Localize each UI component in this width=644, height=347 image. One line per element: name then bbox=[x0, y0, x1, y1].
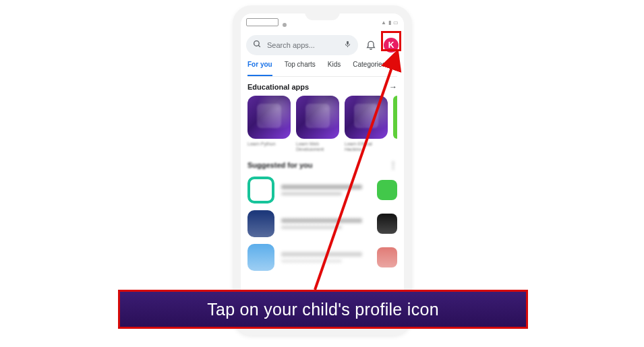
app-thumb bbox=[247, 96, 291, 139]
status-icons: ▲ ▮ ▭ bbox=[381, 20, 399, 26]
annotation-caption-text: Tap on your child's profile icon bbox=[207, 300, 439, 319]
status-bar: ▲ ▮ ▭ bbox=[246, 18, 399, 28]
signal-icon: ▮ bbox=[388, 20, 391, 26]
app-card[interactable]: Learn Web Development bbox=[296, 96, 339, 151]
search-row: Search apps... K bbox=[246, 34, 399, 57]
app-row[interactable]: Learn Python Learn Web Development Learn… bbox=[247, 96, 397, 151]
app-caption: Learn Web Development bbox=[296, 141, 339, 151]
status-dot-icon bbox=[283, 23, 287, 27]
tab-kids[interactable]: Kids bbox=[328, 61, 341, 76]
list-item[interactable] bbox=[247, 210, 397, 237]
avatar-initial: K bbox=[388, 40, 394, 50]
section-title-educational: Educational apps bbox=[247, 83, 309, 91]
notifications-button[interactable] bbox=[363, 39, 378, 52]
tab-categories[interactable]: Categories bbox=[353, 61, 385, 76]
mic-icon[interactable] bbox=[344, 40, 351, 51]
svg-point-0 bbox=[254, 41, 260, 46]
illustration-stage: ▲ ▮ ▭ Search apps... K bbox=[0, 0, 644, 347]
section-educational: Educational apps → Learn Python Learn We… bbox=[247, 82, 397, 151]
tabs-row: For you Top charts Kids Categories bbox=[247, 61, 397, 77]
search-icon bbox=[253, 40, 262, 51]
svg-line-1 bbox=[258, 45, 260, 47]
list-thumb bbox=[247, 244, 274, 271]
wifi-icon: ▲ bbox=[381, 20, 386, 26]
profile-avatar[interactable]: K bbox=[384, 38, 399, 53]
more-icon[interactable]: ⋮ bbox=[389, 160, 397, 170]
chevron-right-icon[interactable]: → bbox=[389, 82, 397, 92]
app-card[interactable]: Learn Python bbox=[247, 96, 291, 151]
annotation-caption: Tap on your child's profile icon bbox=[118, 290, 528, 329]
search-placeholder: Search apps... bbox=[267, 41, 339, 49]
list-item[interactable] bbox=[247, 244, 397, 271]
app-thumb bbox=[345, 96, 388, 139]
app-caption: Learn Ethical Hacking bbox=[345, 141, 388, 151]
battery-icon: ▭ bbox=[393, 20, 399, 26]
list-thumb bbox=[247, 177, 274, 203]
section-title-suggested: Suggested for you bbox=[247, 161, 313, 169]
svg-rect-2 bbox=[347, 41, 349, 44]
list-text bbox=[281, 185, 370, 195]
list-text bbox=[281, 252, 370, 263]
list-text bbox=[281, 218, 370, 229]
list-item[interactable] bbox=[247, 177, 397, 203]
tab-top-charts[interactable]: Top charts bbox=[285, 61, 316, 76]
app-card-partial[interactable] bbox=[393, 96, 397, 139]
section-suggested: Suggested for you ⋮ bbox=[247, 160, 397, 271]
status-clock-box bbox=[246, 18, 279, 26]
tab-for-you[interactable]: For you bbox=[247, 61, 272, 76]
list-side-thumb bbox=[377, 247, 397, 267]
list-thumb bbox=[247, 210, 274, 237]
list-side-thumb bbox=[377, 180, 397, 200]
search-input[interactable]: Search apps... bbox=[246, 35, 358, 55]
app-caption: Learn Python bbox=[247, 141, 291, 151]
app-thumb bbox=[296, 96, 339, 139]
list-side-thumb bbox=[377, 214, 397, 234]
app-card[interactable]: Learn Ethical Hacking bbox=[345, 96, 388, 151]
phone-mockup: ▲ ▮ ▭ Search apps... K bbox=[233, 5, 412, 336]
